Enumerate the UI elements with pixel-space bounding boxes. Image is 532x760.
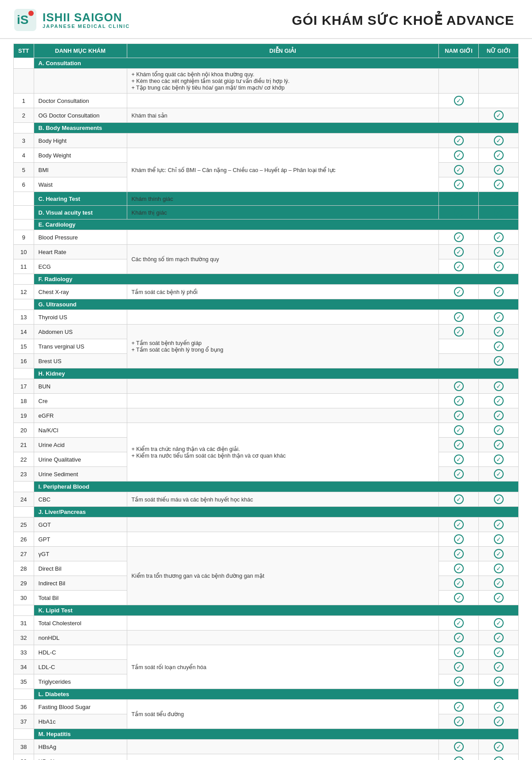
dien-giai-cell: + Tầm soát bệnh tuyến giáp+ Tầm soát các… — [127, 325, 438, 368]
dien-giai-cell — [127, 532, 438, 547]
nu-cell — [479, 94, 519, 108]
table-row: G. Ultrasound — [14, 299, 519, 310]
nu-cell: ✓ — [479, 148, 519, 163]
nam-cell: ✓ — [439, 740, 479, 754]
danh-muc-cell: Trans verginal US — [34, 339, 127, 354]
nam-cell: ✓ — [439, 325, 479, 339]
danh-muc-cell: Chest X-ray — [34, 285, 127, 299]
logo-icon: iS — [13, 8, 37, 32]
table-row: F. Radiology — [14, 274, 519, 285]
nu-cell: ✓ — [479, 467, 519, 482]
nu-cell: ✓ — [479, 285, 519, 299]
table-row: C. Hearing TestKhám thính giác✓✓ — [14, 192, 519, 206]
check-icon: ✓ — [494, 356, 504, 366]
table-row: 9Blood Pressure✓✓ — [14, 230, 519, 245]
danh-muc-cell: LDL-C — [34, 660, 127, 674]
table-row: 2OG Doctor ConsultationKhám thai sản✓ — [14, 108, 519, 123]
table-row: 39HBsAbTầm soát bệnh viêm gan siêu vi✓✓ — [14, 754, 519, 760]
check-icon: ✓ — [494, 520, 504, 529]
table-row: E. Cardiology — [14, 219, 519, 230]
nu-cell: ✓ — [479, 192, 519, 206]
nu-cell: ✓ — [479, 310, 519, 325]
danh-muc-cell: nonHDL — [34, 631, 127, 645]
check-icon: ✓ — [454, 180, 464, 189]
nu-cell: ✓ — [479, 492, 519, 507]
nam-cell: ✓ — [439, 94, 479, 108]
nam-cell: ✓ — [439, 408, 479, 423]
nam-cell: ✓ — [439, 423, 479, 438]
dien-giai-cell — [127, 740, 438, 754]
check-icon: ✓ — [454, 702, 464, 712]
table-row: 38HBsAg✓✓ — [14, 740, 519, 754]
danh-muc-cell: HbA1c — [34, 714, 127, 729]
table-row: 17BUN✓✓ — [14, 379, 519, 394]
dien-giai-cell — [127, 631, 438, 645]
svg-text:iS: iS — [17, 13, 28, 27]
logo-text: ISHII SAIGON JAPANESE MEDICAL CLINIC — [43, 11, 130, 29]
check-icon: ✓ — [454, 633, 464, 642]
dien-giai-cell: Khám thể lực: Chỉ số BMI – Cân nặng – Ch… — [127, 148, 438, 192]
check-icon: ✓ — [454, 440, 464, 450]
check-icon: ✓ — [454, 756, 464, 760]
stt-cell: 34 — [14, 660, 34, 674]
nam-cell: ✓ — [439, 259, 479, 274]
table-row: M. Hepatitis — [14, 729, 519, 740]
stt-cell: 33 — [14, 645, 34, 660]
table-row: 31Total Cholesterol✓✓ — [14, 616, 519, 631]
nam-cell — [439, 108, 479, 123]
check-icon: ✓ — [494, 578, 504, 588]
danh-muc-cell: Fasting Blood Sugar — [34, 700, 127, 714]
table-row: L. Diabetes — [14, 689, 519, 700]
danh-muc-cell: ECG — [34, 259, 127, 274]
nu-cell: ✓ — [479, 177, 519, 192]
danh-muc-cell: HDL-C — [34, 645, 127, 660]
dien-giai-cell: Khám thai sản — [127, 108, 438, 123]
nam-cell: ✓ — [439, 379, 479, 394]
svg-point-2 — [28, 11, 34, 16]
table-row: I. Peripheral Blood — [14, 482, 519, 492]
dien-giai-cell — [127, 310, 438, 325]
th-stt: STT — [14, 44, 34, 58]
nu-cell: ✓ — [479, 547, 519, 561]
check-icon: ✓ — [454, 150, 464, 160]
check-icon: ✓ — [454, 96, 464, 106]
check-icon: ✓ — [454, 287, 464, 297]
check-icon: ✓ — [454, 578, 464, 588]
nam-cell: ✓ — [439, 660, 479, 674]
stt-cell: 6 — [14, 177, 34, 192]
nam-cell: ✓ — [439, 714, 479, 729]
stt-cell: 39 — [14, 754, 34, 760]
th-danh-muc: DANH MỤC KHÁM — [34, 44, 127, 58]
stt-cell: 1 — [14, 94, 34, 108]
nam-cell: ✓ — [439, 616, 479, 631]
title-area: GÓI KHÁM SỨC KHOẺ ADVANCE — [130, 12, 514, 28]
check-icon: ✓ — [494, 440, 504, 450]
table-container: STT DANH MỤC KHÁM DIỄN GIẢI NAM GIỚI NỮ … — [0, 39, 532, 760]
danh-muc-cell: Cre — [34, 394, 127, 408]
nu-cell: ✓ — [479, 394, 519, 408]
danh-muc-cell: Abdomen US — [34, 325, 127, 339]
nu-cell: ✓ — [479, 245, 519, 259]
category-label: M. Hepatitis — [34, 729, 518, 740]
check-icon: ✓ — [494, 262, 504, 271]
stt-cell: 18 — [14, 394, 34, 408]
dien-giai-cell — [127, 230, 438, 245]
stt-cell: 26 — [14, 532, 34, 547]
dien-giai-cell: Kiểm tra tổn thương gan và các bệnh đườn… — [127, 547, 438, 605]
stt-cell: 21 — [14, 438, 34, 452]
stt-cell: 27 — [14, 547, 34, 561]
check-icon: ✓ — [454, 136, 464, 145]
stt-cell: 35 — [14, 674, 34, 689]
nam-cell: ✓ — [439, 674, 479, 689]
category-label: K. Lipid Test — [34, 605, 518, 616]
danh-muc-cell: BUN — [34, 379, 127, 394]
stt-cell: 38 — [14, 740, 34, 754]
table-row: A. Consultation — [14, 58, 519, 69]
check-icon: ✓ — [494, 662, 504, 672]
nam-cell: ✓ — [439, 631, 479, 645]
stt-cell: 22 — [14, 452, 34, 467]
table-row: 26GPT✓✓ — [14, 532, 519, 547]
danh-muc-cell: Thyroid US — [34, 310, 127, 325]
page: iS ISHII SAIGON JAPANESE MEDICAL CLINIC … — [0, 0, 532, 760]
nam-cell: ✓ — [439, 285, 479, 299]
